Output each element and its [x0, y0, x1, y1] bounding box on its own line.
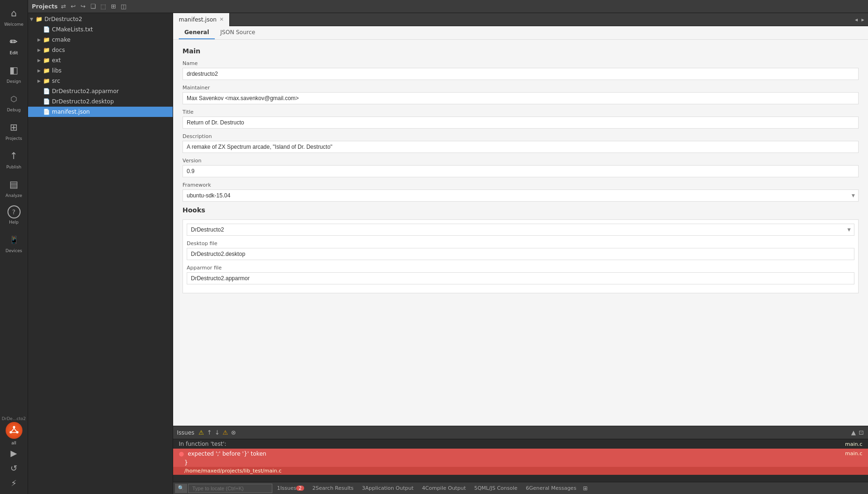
issues-icon-2[interactable]: ↑	[206, 429, 212, 436]
tree-item-libs[interactable]: ▶ 📁 libs	[28, 65, 173, 76]
issues-header: Issues ⚠ ↑ ↓ ⚠ ⊗ ▲ ⊡	[173, 426, 868, 439]
tab-json-source[interactable]: JSON Source	[215, 26, 261, 39]
input-maintainer[interactable]	[182, 92, 859, 104]
sidebar-item-welcome[interactable]: ⌂ Welcome	[1, 2, 27, 30]
editor-area: manifest.json ✕ ◂ ▸ General JSON Source …	[173, 13, 868, 494]
status-bar-expand-icon[interactable]: ⊞	[583, 485, 588, 492]
activity-bottom: DrDe...cto2 all ▶ ↺ ⚡	[0, 415, 28, 494]
file-icon-apparmor: 📄	[43, 88, 50, 94]
sidebar-item-publish[interactable]: ↑ Publish	[1, 145, 27, 173]
sidebar-item-debug[interactable]: ⬡ Debug	[1, 87, 27, 116]
tree-item-desktop[interactable]: 📄 DrDestructo2.desktop	[28, 96, 173, 107]
status-tab-app-output[interactable]: 3 Application Output	[358, 484, 417, 493]
help-icon: ?	[7, 205, 21, 218]
locator-search-input[interactable]	[188, 484, 272, 493]
issues-detach-icon[interactable]: ⊡	[858, 429, 864, 436]
build-button[interactable]: ⚡	[7, 475, 22, 490]
layout-icon[interactable]: ⬚	[99, 2, 108, 11]
status-tab-app-label: Application Output	[365, 485, 414, 491]
tree-item-apparmor[interactable]: 📄 DrDestructo2.apparmor	[28, 86, 173, 96]
input-name[interactable]	[182, 68, 859, 80]
tab-action-1[interactable]: ◂	[855, 16, 858, 23]
sidebar-item-help[interactable]: ? Help	[1, 202, 27, 228]
status-tab-compile-output[interactable]: 4 Compile Output	[418, 484, 470, 493]
tree-item-docs[interactable]: ▶ 📁 docs	[28, 45, 173, 55]
tree-folder-name-docs: docs	[52, 47, 65, 53]
tab-general[interactable]: General	[179, 26, 215, 39]
tree-folder-name-cmake: cmake	[52, 36, 71, 43]
issues-icon-4[interactable]: ⚠	[222, 429, 229, 436]
hooks-section-title: Hooks	[182, 206, 859, 214]
forward-icon[interactable]: ↪	[79, 2, 87, 11]
status-tab-issues-label: Issues	[280, 485, 296, 491]
issues-collapse-btn: ▲ ⊡	[851, 429, 864, 436]
issues-collapse-icon[interactable]: ▲	[851, 429, 856, 436]
tree-item-manifest[interactable]: 📄 manifest.json	[28, 107, 173, 117]
status-tab-issues-num: 1	[277, 485, 280, 491]
status-tab-qml-console[interactable]: 5 QML/JS Console	[470, 484, 521, 493]
split-icon[interactable]: ◫	[119, 2, 128, 11]
issues-icon-3[interactable]: ↓	[214, 429, 220, 436]
filter-icon[interactable]: ❏	[89, 2, 97, 11]
form-group-maintainer: Maintainer	[182, 85, 859, 104]
debug-icon: ⬡	[7, 91, 22, 106]
expand-arrow-libs: ▶	[37, 68, 43, 73]
sync-icon[interactable]: ⇄	[59, 2, 67, 11]
tree-item-cmake-folder[interactable]: ▶ 📁 cmake	[28, 35, 173, 45]
folder-icon-root: 📁	[36, 16, 43, 22]
status-tab-gen-label: General Messages	[529, 485, 576, 491]
sidebar-item-projects[interactable]: ⊞ Projects	[1, 116, 27, 145]
run-button[interactable]: ▶	[7, 445, 22, 460]
label-apparmor-file: Apparmor file	[187, 265, 854, 271]
select-framework[interactable]: ubuntu-sdk-15.04	[182, 189, 859, 202]
ubuntu-circle-icon	[9, 425, 19, 436]
hook-select[interactable]: DrDestructo2	[187, 224, 854, 236]
stop-button[interactable]: ↺	[7, 460, 22, 475]
panel-title: Projects	[32, 3, 58, 10]
tree-item-root[interactable]: ▼ 📁 DrDestructo2	[28, 14, 173, 24]
publish-icon: ↑	[7, 148, 22, 163]
tree-folder-name-libs: libs	[52, 67, 62, 74]
tree-item-src[interactable]: ▶ 📁 src	[28, 76, 173, 86]
sidebar-item-devices[interactable]: 📱 Devices	[1, 228, 27, 257]
status-tab-search-results[interactable]: 2 Search Results	[309, 484, 357, 493]
input-description[interactable]	[182, 141, 859, 153]
tab-action-2[interactable]: ▸	[861, 16, 864, 23]
issues-icon-5[interactable]: ⊗	[230, 429, 236, 436]
label-desktop-file: Desktop file	[187, 240, 854, 247]
input-desktop-file[interactable]	[187, 248, 854, 260]
tree-file-name-manifest: manifest.json	[52, 109, 90, 115]
file-icon-cmake: 📄	[43, 26, 50, 33]
tree-item-cmake-lists[interactable]: 📄 CMakeLists.txt	[28, 24, 173, 35]
input-title[interactable]	[182, 116, 859, 129]
tree-file-name-apparmor: DrDestructo2.apparmor	[52, 88, 119, 94]
issues-panel: Issues ⚠ ↑ ↓ ⚠ ⊗ ▲ ⊡ In function 't	[173, 426, 868, 482]
back-icon[interactable]: ↩	[69, 2, 77, 11]
sidebar-item-analyze[interactable]: ▤ Analyze	[1, 173, 27, 202]
devices-icon: 📱	[7, 232, 22, 247]
tab-label-manifest: manifest.json	[179, 16, 217, 23]
sidebar-item-edit[interactable]: ✏ Edit	[1, 30, 27, 59]
input-version[interactable]	[182, 165, 859, 177]
tab-bar: manifest.json ✕ ◂ ▸	[173, 13, 868, 26]
sidebar-item-design[interactable]: ◧ Design	[1, 59, 27, 87]
file-tree: ▼ 📁 DrDestructo2 📄 CMakeLists.txt ▶ 📁 cm…	[28, 13, 173, 494]
status-tab-general-msgs[interactable]: 6 General Messages	[522, 484, 580, 493]
design-icon: ◧	[7, 63, 22, 78]
expand-arrow-docs: ▶	[37, 48, 43, 52]
tab-close-manifest[interactable]: ✕	[219, 16, 224, 22]
issue-func-text: In function 'test':	[179, 441, 226, 447]
editor-view-tabs: General JSON Source	[173, 26, 868, 40]
issue-file-2: main.c	[845, 450, 862, 457]
locator-toggle-btn[interactable]: 🔍	[175, 484, 187, 493]
input-apparmor-file[interactable]	[187, 272, 854, 284]
tab-manifest[interactable]: manifest.json ✕	[173, 13, 230, 26]
issues-icon-1[interactable]: ⚠	[198, 429, 204, 436]
label-version: Version	[182, 158, 859, 164]
folder-icon-docs: 📁	[43, 47, 50, 53]
tree-file-name-desktop: DrDestructo2.desktop	[52, 98, 114, 105]
tree-item-ext[interactable]: ▶ 📁 ext	[28, 55, 173, 65]
grid-icon[interactable]: ⊞	[109, 2, 117, 11]
issue-row-error[interactable]: ● expected ';' before '}' token main.c	[173, 449, 868, 458]
status-tab-issues[interactable]: 1 Issues 2	[273, 484, 308, 493]
